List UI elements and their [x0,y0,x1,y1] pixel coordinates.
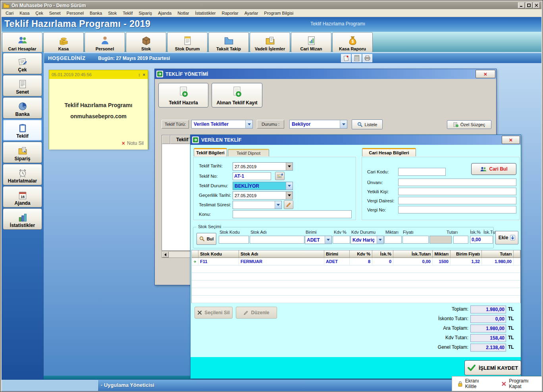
teslimat-suresi-select[interactable] [233,201,282,209]
received-offer-icon [230,86,244,99]
printer-shortcut-button[interactable] [362,54,372,62]
fiyati-col-label: Fiyatı [403,230,414,234]
dropdown-arrow-icon[interactable] [286,192,293,199]
table-header-row: Stok Kodu Stok Adı Birimi Kdv % İsk.% İs… [192,250,520,258]
chevron-down-icon[interactable] [340,120,347,128]
menu-item-raporlar[interactable]: Raporlar [221,11,238,15]
islemi-kaydet-button[interactable]: İŞLEMİ KAYDET [464,360,521,375]
menu-item-ayarlar[interactable]: Ayarlar [245,11,258,15]
sidebar-item-ajanda[interactable]: 16 Ajanda [3,186,42,208]
miktari-input[interactable] [384,236,402,244]
toolbar-taksit-takip-button[interactable]: Taksit Takip [208,32,249,52]
sidebar-item-senet[interactable]: Senet [3,75,42,96]
menu-item-cek[interactable]: Çek [35,11,43,15]
note-close-icon[interactable]: × [143,72,145,77]
isk-tutari-input[interactable] [470,236,493,244]
toolbar-cari-hesaplar-button[interactable]: Cari Hesaplar [2,32,42,52]
note-shortcut-button[interactable] [341,54,351,62]
unvani-input[interactable] [398,179,516,186]
menu-item-personel[interactable]: Personel [67,11,84,15]
yetkili-kisi-input[interactable] [398,188,516,195]
ozel-suzgec-button[interactable]: Özel Süzgeç [447,120,491,129]
menu-item-cari[interactable]: Cari [6,11,13,15]
chevron-down-icon[interactable] [377,236,383,244]
fiyati-input[interactable] [402,236,429,244]
calculator-shortcut-button[interactable] [352,54,362,62]
stok-kodu-input[interactable] [219,236,249,244]
teklif-yonetimi-close-button[interactable]: × [476,70,495,78]
kdv-tutari-value: 158,40 [470,334,506,342]
menu-item-teklif[interactable]: Teklif [123,11,133,15]
teklif-durumu-select[interactable]: BEKLİYOR [233,182,293,190]
menu-item-ajanda[interactable]: Ajanda [158,11,171,15]
menu-item-istatistikler[interactable]: İstatistikler [195,11,216,15]
table-row[interactable]: F11 FERMUAR ADET 8 0 0,00 1500 1,32 1.98… [192,258,520,265]
toolbar-kasa-raporu-button[interactable]: $ Kasa Raporu [332,32,373,52]
toolbar-personel-button[interactable]: Personel [85,32,125,52]
window-arrow-icon [156,71,163,77]
kdv-durumu-select[interactable]: Kdv Hariç [350,236,384,244]
cari-kodu-input[interactable] [398,168,446,176]
secileni-sil-button[interactable]: Seçileni Sil [194,307,233,319]
birimi-select[interactable]: ADET [305,236,332,244]
toolbar-stok-button[interactable]: Stok [126,32,166,52]
maximize-button[interactable] [526,2,532,8]
teklif-hazirla-button[interactable]: Teklif Hazırla [158,83,208,108]
sidebar-item-banka[interactable]: Banka [3,97,42,119]
sticky-note-header[interactable]: 05.01.2019 20:45:56 ↕ × [49,70,148,79]
teslimat-edit-button[interactable] [284,200,293,209]
tab-teklif-dipnot[interactable]: Teklif Dipnot [228,149,269,156]
minimize-button[interactable] [518,2,525,8]
teklif-no-generate-button[interactable] [275,172,285,180]
programi-kapat-button[interactable]: Programı Kapat [501,378,542,389]
toolbar-cari-mizan-button[interactable]: Cari Mizan [291,32,331,52]
durumu-select[interactable]: Bekliyor [289,120,347,129]
cari-bul-button[interactable]: Cari Bul [471,163,516,175]
stok-bul-button[interactable]: Bul [196,233,216,245]
tab-teklif-bilgileri[interactable]: Teklif Bilgileri [194,148,227,156]
menu-item-stok[interactable]: Stok [108,11,117,15]
toolbar-vadeli-islemler-button[interactable]: Vadeli İşlemler [250,32,290,52]
teklif-turu-select[interactable]: Verilen Teklifler [191,120,253,129]
sidebar-item-istatistikler[interactable]: İstatistikler [3,208,42,230]
note-delete-button[interactable]: × Notu Sil [122,140,144,146]
kdv-input[interactable] [333,236,350,244]
konu-input[interactable] [233,210,352,218]
menu-item-senet[interactable]: Senet [49,11,61,15]
dropdown-arrow-icon[interactable] [286,163,293,170]
tab-cari-hesap-bilgileri[interactable]: Cari Hesap Bilgileri [362,148,416,156]
toolbar-stok-durum-button[interactable]: Stok Durum [167,32,208,52]
chevron-down-icon[interactable] [286,182,293,190]
alinan-teklif-kayit-button[interactable]: Alınan Teklif Kayıt [212,83,262,108]
scroll-left-arrow-icon[interactable] [162,252,169,257]
chevron-down-icon[interactable] [245,120,252,128]
sidebar-item-siparis[interactable]: Sipariş [3,142,42,163]
listele-button[interactable]: Listele [352,119,383,129]
vergi-dairesi-input[interactable] [398,197,516,204]
ekle-button[interactable]: Ekle [495,231,518,244]
stock-items-table[interactable]: Stok Kodu Stok Adı Birimi Kdv % İsk.% İs… [191,250,521,303]
verilen-teklif-close-button[interactable]: × [502,136,520,144]
menu-item-siparis[interactable]: Sipariş [139,11,152,15]
sidebar-item-hatirlatmalar[interactable]: Hatırlatmalar [3,164,42,185]
chevron-down-icon[interactable] [325,236,331,244]
vergi-no-input[interactable] [398,206,516,213]
gecerlilik-tarihi-datepicker[interactable]: 27.05.2019 [233,191,293,200]
sidebar-item-cek[interactable]: Çek [3,53,42,74]
isk-input[interactable] [453,236,468,244]
sidebar-item-teklif[interactable]: Teklif [3,119,42,141]
menu-item-kasa[interactable]: Kasa [19,11,29,15]
menu-item-notlar[interactable]: Notlar [177,11,189,15]
close-button[interactable] [533,2,540,8]
toolbar-kasa-button[interactable]: Kasa [43,32,84,52]
duzenle-button[interactable]: Düzenle [236,307,277,319]
menu-item-banka[interactable]: Banka [90,11,102,15]
teklif-tarihi-datepicker[interactable]: 27.05.2019 [233,162,293,171]
menu-item-program-bilgisi[interactable]: Program Bilgisi [264,11,293,15]
stok-adi-input[interactable] [250,236,304,244]
teklif-no-input[interactable] [233,172,271,180]
checkmark-icon [468,365,476,371]
ekrani-kilitle-button[interactable]: Ekranı Kilitle [458,378,491,389]
note-resize-icon[interactable]: ↕ [138,72,141,77]
chevron-down-icon[interactable] [275,201,281,209]
